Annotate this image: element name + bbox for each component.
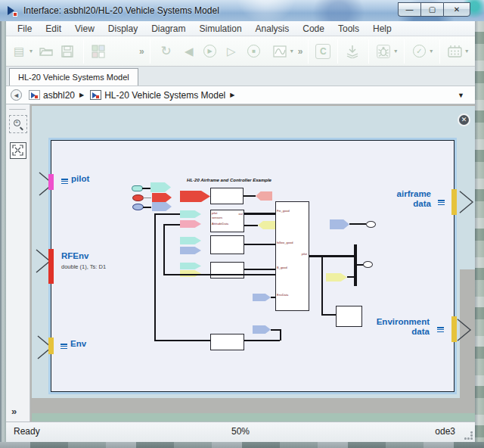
tag-blue-4[interactable] bbox=[253, 325, 271, 334]
tag-blue-2[interactable] bbox=[180, 247, 201, 254]
tag-blue-3[interactable] bbox=[330, 219, 349, 229]
breadcrumb-separator-icon-2[interactable]: ▶ bbox=[230, 92, 234, 98]
run-icon[interactable]: ▶ bbox=[202, 42, 219, 61]
tab-hl20-vehicle-systems-model[interactable]: HL-20 Vehicle Systems Model bbox=[9, 68, 138, 86]
port-label-pilot[interactable]: pilot bbox=[71, 174, 89, 184]
output-tag-yellow-1[interactable] bbox=[258, 221, 275, 229]
step-forward-icon[interactable]: ▷ bbox=[223, 42, 240, 61]
tag-blue-1[interactable] bbox=[152, 202, 172, 211]
port-label-environment[interactable]: Environmentdata bbox=[377, 317, 430, 337]
main-area: + » ✕ bbox=[6, 104, 475, 422]
block-e[interactable] bbox=[210, 334, 244, 350]
port-bar-airframe[interactable] bbox=[451, 189, 457, 215]
open-icon[interactable] bbox=[38, 42, 54, 61]
port-subtitle-rfenv: double (1), Ts: D1 bbox=[61, 263, 106, 270]
terminator-ellipse-1[interactable] bbox=[366, 221, 376, 228]
signal-ellipse-red[interactable] bbox=[132, 194, 144, 201]
scope-dropdown-icon[interactable]: ▾ bbox=[288, 42, 296, 61]
signal-ellipse-blue[interactable] bbox=[132, 204, 144, 210]
menu-file[interactable]: File bbox=[11, 21, 39, 36]
menu-code[interactable]: Code bbox=[296, 21, 331, 36]
tag-cyan-2[interactable] bbox=[180, 210, 201, 218]
fit-to-view-button[interactable] bbox=[10, 142, 26, 159]
debug-bug-icon[interactable] bbox=[375, 42, 392, 61]
tag-cyan-4[interactable] bbox=[180, 263, 201, 269]
palette-overflow-icon[interactable]: » bbox=[11, 406, 17, 417]
debug-dropdown-icon[interactable]: ▾ bbox=[392, 42, 399, 61]
menu-analysis[interactable]: Analysis bbox=[249, 21, 296, 36]
back-button[interactable]: ◄ bbox=[11, 89, 22, 101]
menu-edit[interactable]: Edit bbox=[39, 21, 68, 36]
output-tag-salmon[interactable] bbox=[256, 191, 272, 201]
toolbar-overflow-icon-2[interactable]: » bbox=[296, 46, 306, 57]
port-label-airframe[interactable]: airframedata bbox=[397, 189, 431, 209]
save-icon[interactable] bbox=[59, 42, 76, 61]
menu-help[interactable]: Help bbox=[366, 21, 399, 36]
block-d[interactable] bbox=[210, 262, 244, 278]
schedule-editor-icon[interactable] bbox=[446, 42, 463, 61]
menu-bar: File Edit View Display Diagram Simulatio… bbox=[6, 21, 475, 36]
subsystem-interface-box[interactable]: pilot RFEnv double (1), Ts: D1 Env airfr… bbox=[51, 140, 455, 392]
menu-tools[interactable]: Tools bbox=[331, 21, 366, 36]
new-model-icon[interactable]: ▤ bbox=[11, 42, 27, 61]
maximize-button[interactable]: ▢ bbox=[420, 2, 443, 17]
port-bar-rfenv[interactable] bbox=[48, 249, 54, 284]
model-advisor-dropdown-icon[interactable]: ▾ bbox=[427, 42, 435, 61]
output-port-chevron-airframe[interactable] bbox=[458, 189, 474, 215]
breadcrumb-current[interactable]: HL-20 Vehicle Systems Model bbox=[104, 90, 225, 101]
scope-icon[interactable] bbox=[271, 42, 288, 61]
terminator-ellipse-2[interactable] bbox=[363, 261, 373, 268]
bus-bar bbox=[354, 244, 357, 286]
interface-close-button[interactable]: ✕ bbox=[458, 114, 470, 126]
output-port-chevron-environment[interactable] bbox=[456, 317, 472, 343]
stop-icon[interactable]: ■ bbox=[246, 42, 262, 61]
signal-pill-cyan[interactable] bbox=[132, 185, 143, 191]
schedule-dropdown-icon[interactable]: ▾ bbox=[463, 42, 470, 61]
tag-pink[interactable] bbox=[180, 220, 201, 228]
port-label-env[interactable]: Env bbox=[70, 339, 86, 349]
breadcrumb: ◄ asbhl20 ▶ HL-20 Vehicle Systems Model … bbox=[6, 86, 475, 104]
port-bar-env[interactable] bbox=[48, 338, 54, 354]
port-label-rfenv[interactable]: RFEnv bbox=[61, 251, 88, 261]
menu-diagram[interactable]: Diagram bbox=[144, 21, 192, 36]
block-a[interactable] bbox=[210, 188, 244, 204]
tag-cyan-1[interactable] bbox=[150, 182, 171, 192]
resize-grip[interactable] bbox=[464, 431, 473, 440]
tag-blue-envdata[interactable] bbox=[253, 294, 271, 301]
step-back-icon[interactable]: ◀ bbox=[181, 42, 197, 61]
menu-display[interactable]: Display bbox=[101, 21, 144, 36]
run-circle: ▶ bbox=[203, 45, 216, 58]
model-advisor-icon[interactable]: ✓ bbox=[411, 42, 427, 61]
new-model-dropdown-icon[interactable]: ▾ bbox=[27, 42, 35, 61]
window-title: Interface: asbhl20/HL-20 Vehicle Systems… bbox=[23, 5, 219, 16]
breadcrumb-separator-icon[interactable]: ▶ bbox=[79, 92, 84, 98]
update-diagram-icon[interactable]: ↻ bbox=[158, 42, 175, 61]
window-layout-icon[interactable] bbox=[90, 42, 107, 61]
env-hamburger-icon bbox=[60, 344, 67, 350]
deploy-icon[interactable] bbox=[344, 42, 361, 61]
toolbar-overflow-icon-1[interactable]: » bbox=[137, 46, 147, 57]
tag-cyan-3[interactable] bbox=[180, 237, 201, 244]
block-b-port-out: out bbox=[233, 212, 243, 216]
menu-simulation[interactable]: Simulation bbox=[193, 21, 249, 36]
minimize-button[interactable]: — bbox=[398, 2, 420, 17]
block-f[interactable] bbox=[336, 306, 362, 327]
port-bar-environment[interactable] bbox=[451, 316, 457, 342]
tag-red-1[interactable] bbox=[152, 193, 172, 202]
input-tag-red[interactable] bbox=[180, 191, 210, 202]
tab-bar: HL-20 Vehicle Systems Model bbox=[6, 67, 475, 86]
diagram-canvas[interactable]: ✕ pilot RFEnv double (1), Ts: D1 bbox=[30, 104, 475, 422]
title-bar[interactable]: Interface: asbhl20/HL-20 Vehicle Systems… bbox=[0, 0, 484, 21]
port-bar-pilot[interactable] bbox=[48, 174, 54, 190]
menu-view[interactable]: View bbox=[68, 21, 101, 36]
magnifier-icon: + bbox=[14, 120, 23, 129]
airframe-hamburger-icon bbox=[438, 200, 445, 206]
breadcrumb-root[interactable]: asbhl20 bbox=[43, 90, 75, 101]
block-c[interactable] bbox=[210, 235, 244, 254]
close-button[interactable]: ✕ bbox=[443, 2, 470, 17]
refresh-blocks-icon[interactable]: C bbox=[315, 42, 331, 61]
tag-yellow-3[interactable] bbox=[326, 273, 347, 282]
breadcrumb-dropdown-icon[interactable]: ▼ bbox=[458, 92, 464, 99]
zoom-in-tool-button[interactable]: + bbox=[9, 115, 27, 133]
left-palette: + » bbox=[6, 104, 30, 422]
